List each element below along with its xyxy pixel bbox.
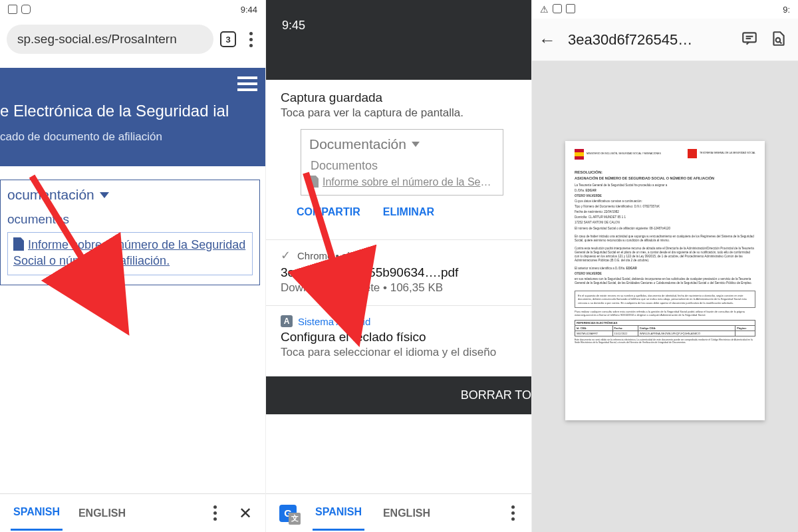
notification-shade-header: 9:45 [266, 0, 531, 80]
back-icon[interactable]: ← [539, 31, 556, 49]
card-header-label: ocumentación [7, 187, 94, 203]
doc-text: 17252 SANT ANTONI DE CALON [575, 221, 755, 225]
doc-text: Domicilio: CL ARTUR MUNDET 85 1 1 [575, 215, 755, 219]
card-header[interactable]: ocumentación [7, 187, 253, 203]
overflow-menu-icon[interactable] [243, 32, 259, 47]
android-icon: A [281, 315, 293, 327]
ministry-label: MINISTERIO DE INCLUSIÓN, SEGURIDAD SOCIA… [587, 153, 661, 156]
document-link[interactable]: Informe sobre el número de la Seguridad … [13, 238, 245, 267]
chevron-down-icon [412, 142, 420, 147]
status-icon [553, 4, 562, 13]
documentation-card: ocumentación ocumentos Informe sobre el … [0, 180, 260, 285]
share-button[interactable]: COMPARTIR [297, 206, 360, 218]
preview-link: Informe sobre el número de la Seguridad [309, 176, 495, 188]
translate-menu-icon[interactable] [505, 505, 521, 521]
tab-count: 3 [225, 35, 230, 45]
resolution-label: RESOLUCIÓN: [575, 170, 755, 174]
checkmark-icon: ✓ [281, 248, 291, 263]
browser-toolbar: sp.seg-social.es/ProsaIntern 3 [0, 19, 265, 60]
screenshot-panel-2: 9:45 Captura guardada Toca para ver la c… [266, 0, 532, 532]
doc-text: Fecha de nacimiento: 22/04/1982 [575, 210, 755, 214]
notification-text: Toca para ver la captura de pantalla. [281, 106, 517, 120]
screenshot-preview: Documentación Documentos Informe sobre e… [301, 129, 503, 196]
notification-title: Configura el teclado físico [281, 330, 517, 344]
preview-header: Documentación [309, 136, 406, 152]
references-table: REFERENCIAS ELECTRÓNICAS Id. CEA: Fecha:… [575, 320, 755, 336]
find-in-page-icon[interactable] [770, 30, 787, 50]
notification-app-label: Sistema Android [298, 316, 370, 327]
comment-icon[interactable] [741, 30, 758, 50]
doc-text: Tipo y Número del Documento Identificati… [575, 205, 755, 209]
doc-text: OTERO VALVERDE [575, 194, 755, 198]
clear-all-label: BORRAR TO [461, 388, 531, 402]
tab-switcher[interactable]: 3 [220, 31, 236, 47]
status-bar: ⚠ 9:449: [532, 0, 798, 19]
lang-tab-english[interactable]: ENGLISH [380, 497, 433, 530]
doc-text: OTERO VALVERDE [575, 272, 755, 276]
lang-tab-english[interactable]: ENGLISH [76, 497, 128, 530]
doc-text: D./Dña. EDGAR [575, 189, 755, 193]
hamburger-icon[interactable] [237, 73, 257, 94]
doc-text: La Tesorería General de la Seguridad Soc… [575, 184, 755, 188]
download-meta: Download complete • 106,35 KB [281, 281, 517, 295]
tgss-label: TESORERÍA GENERAL DE LA SEGURIDAD SOCIAL [700, 152, 755, 155]
resolution-title: ASIGNACIÓN DE NÚMERO DE SEGURIDAD SOCIAL… [575, 176, 755, 180]
page-header: e Electrónica de la Seguridad ial cado d… [0, 68, 265, 166]
download-notification[interactable]: ✓Chrome • ahora 3ea30d6f7265455b90634….p… [266, 244, 531, 305]
viewer-toolbar: ← 3ea30d6f726545… [532, 19, 798, 61]
page-title: e Electrónica de la Seguridad ial [0, 68, 265, 126]
screenshot-panel-3: ⚠ 9:449: ← 3ea30d6f726545… MINISTERIO [532, 0, 798, 532]
notice-box: En el supuesto de existir errores en su … [575, 291, 755, 308]
google-translate-icon[interactable]: G [279, 505, 297, 522]
doc-text: Para realizar cualquier consulta sobre e… [575, 310, 755, 317]
notification-list: Captura guardada Toca para ver la captur… [266, 80, 531, 414]
translate-menu-icon[interactable] [207, 505, 223, 521]
delete-button[interactable]: ELIMINAR [383, 206, 434, 218]
url-text: sp.seg-social.es/ProsaIntern [17, 32, 177, 47]
screenshot-notification[interactable]: Captura guardada Toca para ver la captur… [266, 80, 531, 239]
svg-rect-4 [743, 33, 756, 42]
notification-title: Captura guardada [281, 90, 517, 105]
card-subheader: ocumentos [7, 212, 253, 227]
system-notification[interactable]: ASistema Android Configura el teclado fí… [266, 310, 531, 370]
pdf-viewport[interactable]: MINISTERIO DE INCLUSIÓN, SEGURIDAD SOCIA… [532, 61, 798, 532]
coat-of-arms-icon [575, 149, 584, 160]
download-source: Chrome • ahora [297, 250, 367, 261]
svg-line-8 [779, 41, 781, 43]
status-bar: 9:44 [0, 0, 265, 19]
clear-all-button[interactable]: BORRAR TO [266, 376, 531, 414]
divider [266, 239, 531, 240]
doc-text: El anterior número identifica a D./Dña. … [575, 267, 755, 271]
page-subtitle: cado de documento de afiliación [0, 126, 265, 146]
pdf-page: MINISTERIO DE INCLUSIÓN, SEGURIDAD SOCIA… [565, 141, 765, 420]
warning-icon: ⚠ [540, 4, 549, 15]
close-icon[interactable]: ✕ [236, 504, 255, 523]
doc-text: Contra esta resolución podrá interponers… [575, 247, 755, 263]
divider [266, 305, 531, 306]
notification-text: Toca para seleccionar el idioma y el dis… [281, 346, 517, 359]
screenshot-panel-1: 9:44 sp.seg-social.es/ProsaIntern 3 e El… [0, 0, 266, 532]
doc-text: El número de Seguridad Social o de afili… [575, 227, 755, 231]
status-icon [8, 5, 17, 14]
file-title: 3ea30d6f726545… [568, 31, 729, 49]
lang-tab-spanish[interactable]: SPANISH [313, 495, 364, 531]
chevron-down-icon [100, 192, 109, 198]
clock: 9:45 [282, 19, 305, 32]
doc-footnote: Este documento no será válido sin la ref… [575, 338, 755, 344]
url-bar[interactable]: sp.seg-social.es/ProsaIntern [7, 25, 213, 54]
doc-text: En caso de haber iniciado una actividad … [575, 235, 755, 243]
lang-tab-spanish[interactable]: SPANISH [11, 495, 63, 531]
translate-bar: G SPANISH ENGLISH [266, 493, 531, 532]
document-link-box: Informe sobre el número de la Seguridad … [7, 232, 253, 275]
document-link-label: Informe sobre el número de la Seguridad … [13, 238, 245, 267]
preview-subheader: Documentos [311, 159, 495, 173]
clock: 9:44 [241, 5, 257, 15]
tgss-logo-icon [688, 149, 697, 158]
doc-text: Cuyos datos identificativos constan a co… [575, 200, 755, 203]
status-icon [566, 4, 575, 13]
doc-text: en sus relaciones con la Seguridad Socia… [575, 277, 755, 285]
download-filename: 3ea30d6f7265455b90634….pdf [281, 265, 517, 280]
translate-bar: SPANISH ENGLISH ✕ [0, 493, 265, 532]
status-icon [21, 5, 31, 14]
